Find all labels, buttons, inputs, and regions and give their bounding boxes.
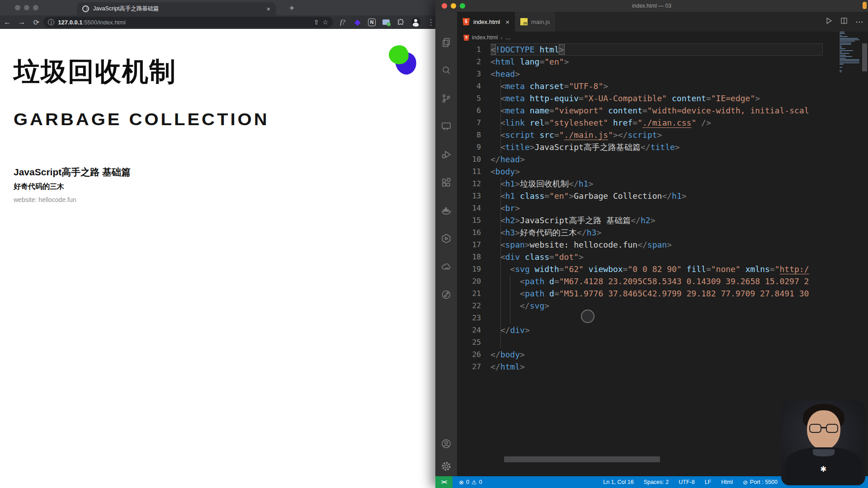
breadcrumb[interactable]: 5 index.html › …: [457, 32, 868, 43]
indentation-setting[interactable]: Spaces: 2: [644, 479, 669, 485]
live-share-icon[interactable]: [441, 289, 452, 300]
code-line[interactable]: 21 <path d="M51.9776 37.8465C42.9799 29.…: [457, 287, 823, 300]
minimap-line: [840, 67, 842, 68]
code-token: <: [520, 277, 525, 286]
code-line[interactable]: 22 </svg>: [457, 300, 823, 312]
forward-icon[interactable]: →: [14, 18, 29, 26]
code-line[interactable]: 10</head>: [457, 153, 823, 165]
code-token: >: [588, 179, 593, 188]
eol-setting[interactable]: LF: [705, 479, 712, 485]
site-info-icon[interactable]: i: [48, 19, 54, 25]
live-server-port[interactable]: ⊘ Port : 5500: [743, 479, 778, 486]
code-line[interactable]: 23: [457, 312, 823, 324]
tab-main-js[interactable]: JS main.js: [515, 12, 555, 32]
scrollbar-thumb[interactable]: [862, 43, 867, 71]
code-line[interactable]: 3<head>: [457, 68, 823, 80]
cloud-icon[interactable]: [441, 261, 452, 272]
code-line[interactable]: 26</body>: [457, 348, 823, 361]
vscode-zoom-button[interactable]: [460, 3, 465, 9]
settings-icon[interactable]: [441, 461, 452, 472]
more-actions-button[interactable]: ⋯: [855, 17, 863, 27]
extensions-icon[interactable]: [441, 177, 452, 188]
tab-close-icon[interactable]: ×: [505, 18, 509, 26]
docker-icon[interactable]: [441, 205, 452, 216]
vscode-titlebar[interactable]: index.html — 03: [435, 0, 868, 12]
code-line[interactable]: 8 <script src="./main.js"></script>: [457, 129, 823, 141]
code-line[interactable]: 27</html>: [457, 361, 823, 373]
code-token: <: [491, 57, 495, 66]
browser-zoom-button[interactable]: [33, 5, 38, 10]
tab-close-icon[interactable]: ×: [267, 5, 270, 13]
code-token: html: [500, 362, 520, 371]
browser-menu-icon[interactable]: ⋮: [426, 18, 435, 27]
code-editor[interactable]: 1<!DOCTYPE html>2<html lang="en">3<head>…: [457, 43, 823, 476]
problems-indicator[interactable]: ⊗ 0 ⚠ 0: [459, 479, 482, 486]
remote-indicator[interactable]: ><: [435, 476, 453, 488]
horizontal-scrollbar[interactable]: [504, 456, 660, 462]
browser-tab[interactable]: JavaScript高手之路基础篇 ×: [77, 2, 276, 15]
code-token: meta: [505, 94, 525, 103]
vscode-close-button[interactable]: [442, 3, 447, 9]
notion-extension-icon[interactable]: N: [368, 19, 376, 26]
encoding-setting[interactable]: UTF-8: [679, 479, 694, 485]
cursor-position[interactable]: Ln 1, Col 16: [603, 479, 633, 485]
share-icon[interactable]: ⇧: [314, 19, 319, 26]
explorer-icon[interactable]: [441, 37, 452, 48]
status-bar-right: Ln 1, Col 16 Spaces: 2 UTF-8 LF Html ⊘ P…: [603, 479, 778, 486]
code-line[interactable]: 17 <span>website: hellocode.fun</span>: [457, 239, 823, 251]
run-button[interactable]: [825, 17, 833, 27]
code-line[interactable]: 16 <h3>好奇代码的三木</h3>: [457, 226, 823, 239]
source-control-icon[interactable]: [441, 93, 452, 104]
purple-extension-icon[interactable]: ◆: [353, 18, 362, 27]
code-line[interactable]: 9 <title>JavaScript高手之路基础篇</title>: [457, 141, 823, 153]
new-tab-button[interactable]: +: [289, 4, 294, 12]
remote-explorer-icon[interactable]: [441, 121, 452, 132]
search-icon[interactable]: [441, 65, 452, 76]
run-debug-icon[interactable]: [441, 149, 452, 160]
code-line[interactable]: 18 <div class="dot">: [457, 251, 823, 263]
code-line[interactable]: 11<body>: [457, 165, 823, 178]
live-preview-icon[interactable]: [441, 233, 452, 244]
code-line[interactable]: 15 <h2>JavaScript高手之路 基础篇</h2>: [457, 214, 823, 226]
address-bar[interactable]: i 127.0.0.1:5500/index.html ⇧ ☆: [43, 17, 333, 28]
language-mode[interactable]: Html: [721, 479, 733, 485]
code-token: "62": [564, 264, 584, 274]
code-line[interactable]: 6 <meta name="viewport" content="width=d…: [457, 104, 823, 117]
breadcrumb-file[interactable]: index.html: [472, 34, 498, 41]
minimap[interactable]: [840, 32, 861, 122]
tab-index-html[interactable]: 5 index.html ×: [457, 12, 515, 32]
code-line[interactable]: 24 </div>: [457, 324, 823, 336]
profile-avatar[interactable]: [411, 18, 420, 27]
vertical-scrollbar[interactable]: [861, 32, 868, 465]
code-line[interactable]: 13 <h1 class="en">Garbage Collection</h1…: [457, 190, 823, 202]
back-icon[interactable]: ←: [0, 18, 14, 26]
code-line[interactable]: 2<html lang="en">: [457, 56, 823, 68]
browser-minimize-button[interactable]: [24, 5, 29, 10]
tab-manager-extension-icon[interactable]: +: [382, 18, 391, 27]
puzzle-extensions-icon[interactable]: [396, 18, 406, 27]
code-line[interactable]: 19 <svg width="62" viewbox="0 0 82 90" f…: [457, 263, 823, 275]
url-text[interactable]: 127.0.0.1:5500/index.html: [58, 19, 310, 26]
code-line[interactable]: 5 <meta http-equiv="X-UA-Compatible" con…: [457, 92, 823, 104]
code-line[interactable]: 14 <br>: [457, 202, 823, 214]
code-line[interactable]: 20 <path d="M67.4128 23.2095C58.5343 0.1…: [457, 275, 823, 287]
code-token: [520, 252, 525, 262]
code-line[interactable]: 12 <h1>垃圾回收机制</h1>: [457, 178, 823, 190]
font-tool-extension-icon[interactable]: f?: [338, 18, 347, 27]
breadcrumb-more[interactable]: …: [505, 34, 511, 41]
code-line[interactable]: 1<!DOCTYPE html>: [457, 43, 823, 56]
split-editor-button[interactable]: [840, 17, 848, 27]
code-token: [608, 118, 613, 127]
reload-icon[interactable]: ⟳: [29, 18, 43, 27]
code-line[interactable]: 25: [457, 336, 823, 348]
tab-label: main.js: [531, 19, 550, 25]
browser-close-button[interactable]: [15, 5, 20, 10]
code-line[interactable]: 4 <meta charset="UTF-8">: [457, 80, 823, 92]
code-line[interactable]: 7 <link rel="stylesheet" href="./mian.cs…: [457, 117, 823, 129]
vscode-minimize-button[interactable]: [451, 3, 456, 9]
code-token: h2: [641, 216, 651, 225]
account-icon[interactable]: [441, 438, 452, 449]
bookmark-star-icon[interactable]: ☆: [322, 19, 328, 26]
editor-actions: ⋯: [825, 12, 863, 32]
code-token: </: [500, 325, 510, 335]
